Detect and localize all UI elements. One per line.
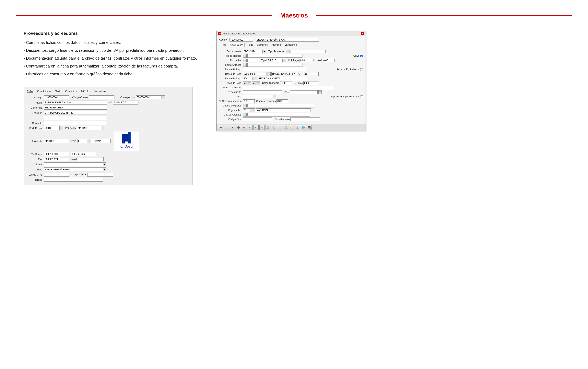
toolbar-folder-btn[interactable]: 📁 — [289, 125, 294, 130]
tipo-iva-input[interactable] — [247, 59, 259, 62]
bic-input[interactable] — [243, 95, 272, 98]
toolbar-web-btn[interactable]: 🌐 — [301, 125, 306, 130]
web-btn[interactable]: ▶ — [103, 167, 106, 171]
toolbar-print-btn[interactable]: 🖨 — [295, 125, 300, 130]
forma-pago2-code[interactable] — [243, 77, 253, 80]
contrapartida-input[interactable] — [136, 95, 161, 99]
tab-texto[interactable]: Texto — [54, 89, 62, 93]
toolbar-search-btn[interactable]: 🔍 — [271, 125, 276, 130]
activo-checkbox[interactable] — [360, 55, 363, 57]
latitud-input[interactable] — [44, 173, 70, 176]
comision2-input[interactable] — [277, 99, 288, 103]
app-tab-condiciones[interactable]: Condiciones — [229, 43, 245, 47]
horario-input[interactable] — [44, 178, 103, 182]
telefono1-input[interactable] — [44, 152, 70, 156]
dias-up-btn[interactable]: ▲ — [243, 81, 247, 85]
banco-code-input[interactable] — [243, 72, 267, 76]
toolbar-filter-btn[interactable]: ▽ — [277, 125, 282, 130]
app-tab-articulos[interactable]: Artículos — [270, 43, 282, 47]
name-input[interactable] — [256, 38, 319, 41]
tipo-irpf-input[interactable] — [274, 59, 282, 62]
tipo-bloqueo-input[interactable] — [247, 54, 302, 58]
dias2-down-btn[interactable]: ▼ — [256, 81, 260, 85]
regimen-iva-code[interactable] — [243, 108, 251, 112]
iban-input[interactable] — [290, 90, 318, 94]
tipo-iva-btn[interactable]: ... — [243, 59, 247, 62]
idioma-btn[interactable]: ... — [243, 63, 247, 67]
lineal-input[interactable] — [323, 59, 335, 62]
recargo-checkbox[interactable] — [360, 68, 363, 71]
tab-vacaciones[interactable]: Vacaciones — [94, 89, 108, 93]
toolbar-save-btn[interactable]: 💾 — [307, 125, 312, 130]
iban-help-btn[interactable]: ? — [318, 90, 321, 94]
provincia-input[interactable] — [44, 139, 70, 143]
nro-cuenta-input[interactable] — [243, 90, 282, 94]
contrapartida-btn[interactable]: ... — [161, 95, 165, 99]
longitud-input[interactable] — [87, 173, 113, 176]
banco-proveedor-input[interactable] — [243, 86, 333, 89]
comision-input[interactable] — [243, 99, 255, 103]
nif-input[interactable] — [113, 101, 139, 104]
fecha-btn[interactable]: ▾ — [263, 50, 266, 53]
comercial-input[interactable] — [44, 106, 107, 110]
cuenta-gastos-input[interactable] — [247, 104, 314, 107]
regimen-iva-btn[interactable]: ... — [251, 108, 255, 112]
direccion2-input[interactable] — [44, 116, 107, 120]
cod-postal-btn[interactable]: ... — [60, 126, 63, 130]
forma-pago-input[interactable] — [243, 68, 306, 71]
cta-aduanas-btn[interactable]: ... — [243, 113, 247, 116]
tab-articulos[interactable]: Artículos — [80, 89, 91, 93]
tipo-irpf-btn[interactable]: ... — [282, 59, 286, 62]
contacto-input[interactable] — [44, 121, 107, 125]
telefono2-input[interactable] — [70, 152, 96, 156]
codigo-input[interactable] — [44, 95, 70, 99]
tab-ficha[interactable]: Ficha — [26, 89, 34, 93]
bic-help-btn[interactable]: ? — [273, 95, 276, 98]
toolbar-next-btn[interactable]: ▶ — [230, 125, 235, 130]
tab-condiciones[interactable]: Condiciones — [36, 89, 52, 93]
toolbar-add-btn[interactable]: ➕ — [236, 125, 241, 130]
banco-btn[interactable]: ... — [267, 72, 271, 76]
toolbar-cancel-btn[interactable]: ✖ — [259, 125, 265, 130]
dias-down-btn[interactable]: ▼ — [247, 81, 251, 85]
email-btn[interactable]: ▶ — [103, 162, 106, 166]
web-input[interactable] — [44, 167, 103, 171]
tab-contactos[interactable]: Contactos — [64, 89, 78, 93]
cta-aduanas-input[interactable] — [247, 113, 310, 116]
proponer-checkbox[interactable] — [360, 95, 363, 98]
forma-pago2-btn[interactable]: ... — [253, 77, 257, 80]
cargo-fin-input[interactable] — [280, 81, 292, 85]
app-tab-texto[interactable]: Texto — [246, 43, 254, 47]
toolbar-refresh-btn[interactable]: ↻ — [248, 125, 253, 130]
dias2-up-btn[interactable]: ▲ — [252, 81, 256, 85]
departamento-input[interactable] — [290, 117, 320, 121]
tipo-proveedor-btn[interactable]: ... — [286, 50, 289, 53]
toolbar-first-btn[interactable]: ⏮ — [218, 125, 223, 130]
toolbar-check-btn[interactable]: ✔ — [253, 125, 259, 130]
close-button[interactable]: ✕ — [361, 32, 364, 35]
pais-code-input[interactable] — [77, 139, 87, 143]
banco-name-input[interactable] — [271, 72, 319, 76]
toolbar-copy-btn[interactable]: 📋 — [283, 125, 288, 130]
fecha-alta-input[interactable] — [243, 50, 262, 53]
p-punto-input[interactable] — [303, 81, 319, 85]
p-pago-input[interactable] — [299, 59, 311, 62]
codigo-ean-input[interactable] — [243, 117, 272, 121]
fiscal-input[interactable] — [44, 101, 107, 104]
email-input[interactable] — [44, 162, 103, 166]
codigo-cliente-input[interactable] — [89, 95, 114, 99]
tipo-bloqueo-btn[interactable]: ... — [243, 54, 247, 58]
toolbar-undo-btn[interactable]: ↺ — [224, 125, 229, 130]
app-tab-contactos[interactable]: Contactos — [256, 43, 269, 47]
regimen-iva-input[interactable] — [256, 108, 311, 112]
app-tab-vacaciones[interactable]: Vacaciones — [284, 43, 298, 47]
fax-input[interactable] — [44, 157, 70, 161]
idioma-input[interactable] — [247, 63, 302, 67]
toolbar-delete-btn[interactable]: ⊖ — [242, 125, 247, 130]
tipo-proveedor-input[interactable] — [290, 50, 326, 53]
movil-input[interactable] — [78, 157, 104, 161]
poblacion-input[interactable] — [77, 126, 102, 130]
app-tab-ficha[interactable]: Ficha — [219, 43, 227, 47]
code-input[interactable] — [229, 38, 253, 41]
direccion-input[interactable] — [44, 111, 107, 115]
